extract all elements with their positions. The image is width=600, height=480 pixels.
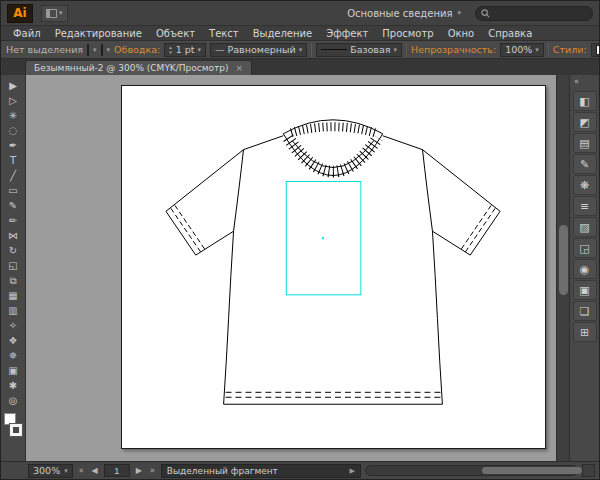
illustrator-logo: Ai <box>7 4 33 23</box>
width-tool-icon[interactable]: ⋈ <box>3 228 24 243</box>
horizontal-scrollbar[interactable] <box>365 465 578 476</box>
search-box[interactable] <box>475 6 593 21</box>
fill-stroke-indicator[interactable] <box>2 412 24 446</box>
artboard[interactable] <box>121 85 546 449</box>
direct-selection-tool-icon[interactable]: ▷ <box>3 93 24 108</box>
stepper-arrows-icon[interactable]: ▴▾ <box>169 45 172 55</box>
line-segment-tool-icon[interactable]: ╱ <box>3 168 24 183</box>
vertical-scrollbar[interactable] <box>556 75 569 461</box>
expand-panels-icon[interactable]: « <box>570 77 599 90</box>
brush-definition-value: Базовая <box>350 44 390 55</box>
graphic-styles-panel-icon[interactable]: ▣ <box>573 280 597 300</box>
eyedropper-tool-icon[interactable]: ✧ <box>3 318 24 333</box>
main-area: ▶ ▷ ✳ ◌ ✒ T ╱ ▭ ✎ ✏ ⋈ ↻ ◱ ⧉ ▦ ▥ ✧ ❖ ✵ ▣ … <box>1 75 599 461</box>
workspace-switcher[interactable]: Основные сведения ▾ <box>341 6 467 21</box>
previous-artboard-button[interactable]: ◀ <box>90 466 100 475</box>
zoom-level-value: 300% <box>33 465 60 476</box>
panel-dock: « ◧ ◩ ▤ ✎ ❋ ≡ ▨ ◲ ◉ ▣ ❏ ⊞ <box>569 75 599 461</box>
scale-tool-icon[interactable]: ◱ <box>3 258 24 273</box>
styles-panel-link[interactable]: Стили: <box>553 44 587 55</box>
chevron-down-icon: ▾ <box>59 9 63 17</box>
style-swatch-dropdown[interactable]: ▾ <box>591 43 600 57</box>
rotate-tool-icon[interactable]: ↻ <box>3 243 24 258</box>
artboard-tool-icon[interactable]: ▣ <box>3 363 24 378</box>
opacity-dropdown[interactable]: 100% ▾ <box>500 43 544 57</box>
layers-panel-icon[interactable]: ❏ <box>573 301 597 321</box>
search-icon <box>481 9 490 18</box>
document-tab-bar: Безымянный-2 @ 300% (CMYK/Просмотр) × <box>1 59 599 75</box>
menu-type[interactable]: Текст <box>203 27 245 40</box>
chevron-down-icon[interactable]: ▾ <box>198 46 202 54</box>
artboards-panel-icon[interactable]: ⊞ <box>573 322 597 342</box>
opacity-panel-link[interactable]: Непрозрачность: <box>411 44 496 55</box>
pen-tool-icon[interactable]: ✒ <box>3 138 24 153</box>
next-artboard-button[interactable]: ▶ <box>134 466 144 475</box>
stroke-swatch-icon[interactable] <box>10 424 22 436</box>
blend-tool-icon[interactable]: ❖ <box>3 333 24 348</box>
menu-select[interactable]: Выделение <box>247 27 319 40</box>
arrange-documents-icon <box>46 9 57 18</box>
pencil-tool-icon[interactable]: ✏ <box>3 213 24 228</box>
menu-file[interactable]: Файл <box>7 27 47 40</box>
arrange-documents-button[interactable]: ▾ <box>41 5 68 22</box>
status-display[interactable]: Выделенный фрагмент ▶ <box>161 464 361 478</box>
stroke-panel-link[interactable]: Обводка: <box>114 44 160 55</box>
first-artboard-button[interactable]: « <box>77 466 86 475</box>
chevron-down-icon: ▾ <box>394 46 398 54</box>
type-tool-icon[interactable]: T <box>3 153 24 168</box>
selection-status-label: Нет выделения <box>6 44 83 55</box>
menu-bar: Файл Редактирование Объект Текст Выделен… <box>1 26 599 41</box>
chevron-down-icon[interactable]: ▾ <box>107 46 111 54</box>
menu-window[interactable]: Окно <box>442 27 481 40</box>
color-guide-panel-icon[interactable]: ◩ <box>573 112 597 132</box>
tools-panel: ▶ ▷ ✳ ◌ ✒ T ╱ ▭ ✎ ✏ ⋈ ↻ ◱ ⧉ ▦ ▥ ✧ ❖ ✵ ▣ … <box>1 75 26 461</box>
rectangle-tool-icon[interactable]: ▭ <box>3 183 24 198</box>
mesh-tool-icon[interactable]: ▦ <box>3 288 24 303</box>
paintbrush-tool-icon[interactable]: ✎ <box>3 198 24 213</box>
menu-view[interactable]: Просмотр <box>376 27 439 40</box>
stroke-width-stepper[interactable]: ▴▾ 1 pt ▾ <box>164 43 206 57</box>
brushes-panel-icon[interactable]: ✎ <box>573 154 597 174</box>
symbols-panel-icon[interactable]: ❋ <box>573 175 597 195</box>
gradient-panel-icon[interactable]: ▨ <box>573 217 597 237</box>
zoom-level-dropdown[interactable]: 300% ▾ <box>28 464 73 478</box>
document-canvas[interactable] <box>26 75 556 461</box>
search-input[interactable] <box>494 8 587 18</box>
shape-builder-tool-icon[interactable]: ⧉ <box>3 273 24 288</box>
menu-edit[interactable]: Редактирование <box>49 27 148 40</box>
swatches-panel-icon[interactable]: ▤ <box>573 133 597 153</box>
gradient-tool-icon[interactable]: ▥ <box>3 303 24 318</box>
appearance-panel-icon[interactable]: ◉ <box>573 259 597 279</box>
status-options-icon[interactable]: ▶ <box>349 467 354 475</box>
width-profile-dropdown[interactable]: — Равномерный ▾ <box>210 43 307 57</box>
close-icon[interactable]: × <box>236 63 244 73</box>
selection-tool-icon[interactable]: ▶ <box>3 78 24 93</box>
symbol-sprayer-tool-icon[interactable]: ✵ <box>3 348 24 363</box>
stroke-width-value[interactable]: 1 pt <box>176 44 195 55</box>
horizontal-scrollbar-thumb[interactable] <box>482 467 582 474</box>
artboard-number-field[interactable] <box>104 464 130 477</box>
brush-definition-dropdown[interactable]: Базовая ▾ <box>316 43 402 57</box>
chevron-down-icon: ▾ <box>457 9 461 17</box>
transparency-panel-icon[interactable]: ◲ <box>573 238 597 258</box>
chevron-down-icon[interactable]: ▾ <box>93 46 97 54</box>
document-title: Безымянный-2 @ 300% (CMYK/Просмотр) <box>34 63 229 73</box>
fill-color-swatch[interactable] <box>87 44 89 56</box>
stroke-panel-icon[interactable]: ≡ <box>573 196 597 216</box>
chevron-down-icon: ▾ <box>64 467 68 475</box>
menu-help[interactable]: Справка <box>482 27 538 40</box>
menu-effect[interactable]: Эффект <box>320 27 374 40</box>
zoom-tool-icon[interactable]: ◎ <box>3 393 24 408</box>
lasso-tool-icon[interactable]: ◌ <box>3 123 24 138</box>
document-tab[interactable]: Безымянный-2 @ 300% (CMYK/Просмотр) × <box>25 60 252 75</box>
brush-stroke-preview-icon <box>321 49 347 50</box>
stroke-color-swatch[interactable] <box>101 44 103 56</box>
last-artboard-button[interactable]: » <box>148 466 157 475</box>
hand-tool-icon[interactable]: ✱ <box>3 378 24 393</box>
color-panel-icon[interactable]: ◧ <box>573 91 597 111</box>
style-swatch-icon <box>596 45 600 55</box>
magic-wand-tool-icon[interactable]: ✳ <box>3 108 24 123</box>
illustrator-window: Ai ▾ Основные сведения ▾ Файл Редактиров… <box>0 0 600 480</box>
vertical-scrollbar-thumb[interactable] <box>559 225 568 295</box>
menu-object[interactable]: Объект <box>150 27 201 40</box>
